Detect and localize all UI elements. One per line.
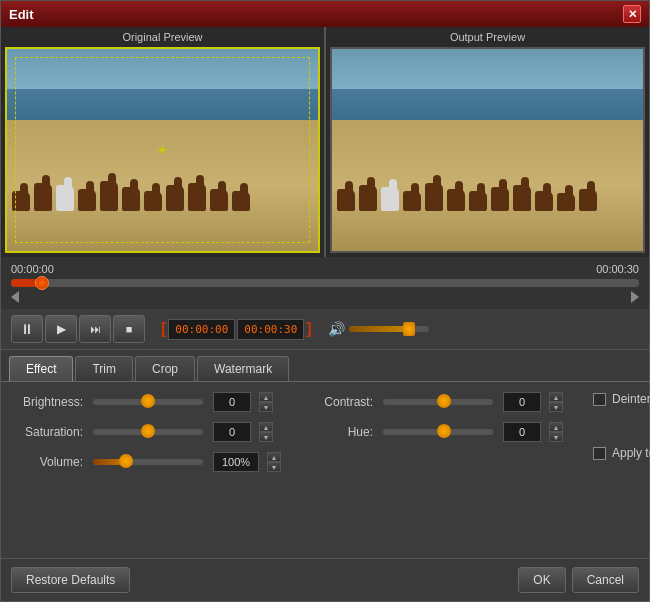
contrast-up-button[interactable]: ▲ [549,392,563,402]
horse-r1 [337,189,355,211]
tab-effect[interactable]: Effect [9,356,73,381]
current-time-display[interactable]: 00:00:00 [168,319,235,340]
saturation-input[interactable] [213,422,251,442]
stop-icon: ■ [126,323,133,335]
pause-button[interactable]: ⏸ [11,315,43,343]
timeline-section: 00:00:00 00:00:30 [1,257,649,309]
original-preview-label: Original Preview [122,31,202,43]
hue-thumb[interactable] [437,424,451,438]
close-button[interactable]: ✕ [623,5,641,23]
horse-2 [34,183,52,211]
horse-5 [122,187,140,211]
brightness-thumb[interactable] [141,394,155,408]
deinterlacing-label: Deinterlacing [612,392,650,406]
start-time-label: 00:00:00 [11,263,54,275]
saturation-label: Saturation: [11,425,83,439]
contrast-slider[interactable] [383,399,493,405]
volume-up-button[interactable]: ▲ [267,452,281,462]
horse-r11 [579,189,597,211]
volume-label: Volume: [11,455,83,469]
original-horse-scene: + [7,49,318,251]
output-preview-pane: Output Preview [326,27,649,257]
bracket-right-icon: ] [306,320,311,338]
hue-spinner: ▲ ▼ [549,422,563,442]
window-title: Edit [9,7,34,22]
volume-effect-slider[interactable] [93,459,203,465]
timeline-right-arrow[interactable] [631,291,639,303]
tab-watermark[interactable]: Watermark [197,356,289,381]
horse-1 [12,191,30,211]
output-horse-scene [332,49,643,251]
volume-slider[interactable] [349,326,429,332]
controls-section: ⏸ ▶ ⏭ ■ [ 00:00:00 00:00:30 ] 🔊 [1,309,649,349]
horse-r8 [513,185,531,211]
restore-defaults-button[interactable]: Restore Defaults [11,567,130,593]
horse-8 [188,183,206,211]
progress-thumb[interactable] [35,276,49,290]
progress-bar[interactable] [11,279,639,287]
contrast-label: Contrast: [301,395,373,409]
bottom-right-buttons: OK Cancel [518,567,639,593]
hue-row: Hue: ▲ ▼ [301,422,563,442]
brightness-up-button[interactable]: ▲ [259,392,273,402]
brightness-input[interactable] [213,392,251,412]
step-forward-button[interactable]: ⏭ [79,315,111,343]
effect-panel: Brightness: ▲ ▼ Saturation: [1,381,649,558]
play-button[interactable]: ▶ [45,315,77,343]
saturation-down-button[interactable]: ▼ [259,432,273,442]
horse-7 [166,185,184,211]
tab-trim[interactable]: Trim [75,356,133,381]
brightness-row: Brightness: ▲ ▼ [11,392,281,412]
brightness-down-button[interactable]: ▼ [259,402,273,412]
saturation-thumb[interactable] [141,424,155,438]
bottom-bar: Restore Defaults OK Cancel [1,558,649,601]
horse-r-white [381,187,399,211]
hue-input[interactable] [503,422,541,442]
volume-icon: 🔊 [328,321,345,337]
horse-r4 [425,183,443,211]
horse-r5 [447,189,465,211]
transport-buttons: ⏸ ▶ ⏭ ■ [11,315,145,343]
saturation-up-button[interactable]: ▲ [259,422,273,432]
hue-down-button[interactable]: ▼ [549,432,563,442]
brightness-slider[interactable] [93,399,203,405]
contrast-row: Contrast: ▲ ▼ [301,392,563,412]
hue-label: Hue: [301,425,373,439]
volume-effect-thumb[interactable] [119,454,133,468]
timeline-left-arrow[interactable] [11,291,19,303]
end-time-display[interactable]: 00:00:30 [237,319,304,340]
checkboxes-col: Deinterlacing Apply to all [583,392,650,482]
brightness-spinner: ▲ ▼ [259,392,273,412]
volume-down-button[interactable]: ▼ [267,462,281,472]
play-icon: ▶ [57,322,66,336]
step-forward-icon: ⏭ [90,323,101,335]
volume-input[interactable] [213,452,259,472]
volume-section: 🔊 [328,321,429,337]
deinterlacing-checkbox[interactable] [593,393,606,406]
contrast-thumb[interactable] [437,394,451,408]
time-display: [ 00:00:00 00:00:30 ] [161,319,312,340]
hue-up-button[interactable]: ▲ [549,422,563,432]
contrast-down-button[interactable]: ▼ [549,402,563,412]
output-preview-label: Output Preview [450,31,525,43]
left-effects-col: Brightness: ▲ ▼ Saturation: [11,392,281,482]
saturation-slider[interactable] [93,429,203,435]
horse-9 [210,189,228,211]
tab-crop[interactable]: Crop [135,356,195,381]
horse-10 [232,191,250,211]
horse-6 [144,191,162,211]
hue-slider[interactable] [383,429,493,435]
volume-fill [349,326,409,332]
cancel-button[interactable]: Cancel [572,567,639,593]
volume-thumb[interactable] [403,322,415,336]
effects-columns: Brightness: ▲ ▼ Saturation: [11,392,639,482]
apply-to-all-checkbox[interactable] [593,447,606,460]
horses-right [332,120,643,211]
horse-4 [100,181,118,211]
preview-section: Original Preview [1,27,649,257]
output-preview-canvas [330,47,645,253]
stop-button[interactable]: ■ [113,315,145,343]
timeline-arrows [11,291,639,303]
contrast-input[interactable] [503,392,541,412]
ok-button[interactable]: OK [518,567,565,593]
